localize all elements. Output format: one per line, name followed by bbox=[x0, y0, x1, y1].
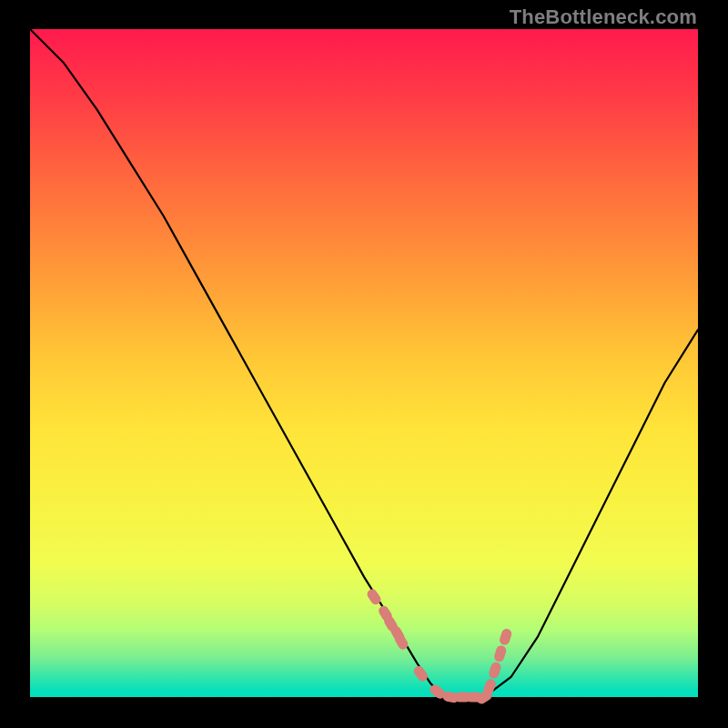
highlight-marker bbox=[412, 664, 430, 683]
figure-canvas: TheBottleneck.com bbox=[0, 0, 728, 728]
highlight-markers-group bbox=[365, 587, 512, 705]
highlight-marker bbox=[493, 644, 508, 662]
highlight-marker bbox=[488, 661, 502, 679]
chart-svg bbox=[30, 29, 698, 697]
bottleneck-curve-path bbox=[30, 29, 698, 697]
highlight-marker bbox=[499, 628, 513, 646]
watermark-text: TheBottleneck.com bbox=[510, 5, 697, 29]
